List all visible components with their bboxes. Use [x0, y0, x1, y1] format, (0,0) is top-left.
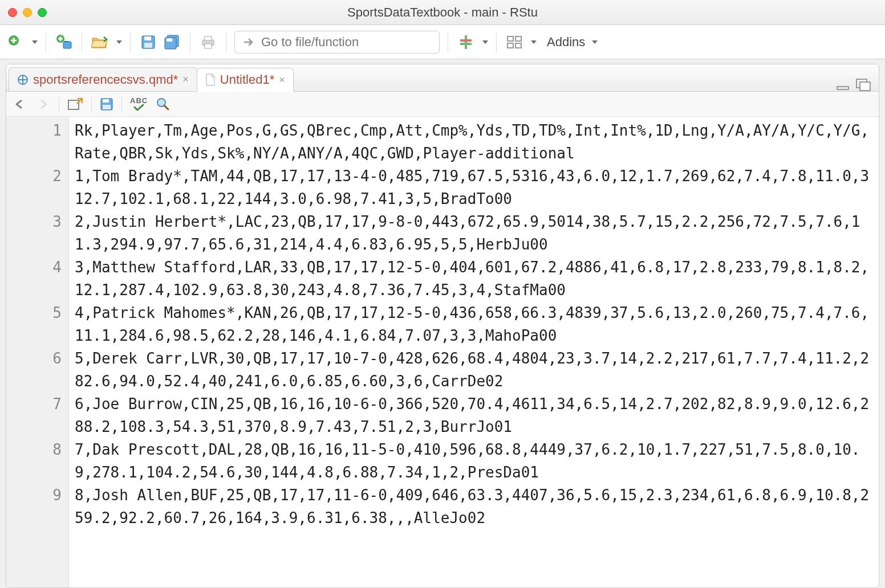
chevron-down-icon[interactable]: [116, 40, 122, 44]
close-tab-icon[interactable]: ×: [279, 74, 285, 86]
svg-rect-6: [63, 42, 71, 48]
addins-label: Addins: [547, 35, 585, 50]
close-tab-icon[interactable]: ×: [182, 74, 189, 85]
chevron-down-icon: [592, 40, 598, 44]
code-line: 1,Tom Brady*,TAM,44,QB,17,17,13-4-0,485,…: [75, 165, 873, 210]
svg-rect-21: [508, 43, 513, 48]
svg-rect-26: [860, 82, 870, 91]
new-file-button[interactable]: [6, 32, 25, 52]
fullscreen-window-icon[interactable]: [38, 8, 47, 17]
svg-rect-17: [460, 39, 472, 42]
svg-rect-24: [837, 87, 849, 89]
code-body[interactable]: Rk,Player,Tm,Age,Pos,G,GS,QBrec,Cmp,Att,…: [69, 117, 879, 587]
svg-rect-29: [103, 99, 109, 103]
addins-menu[interactable]: Addins: [547, 35, 598, 50]
version-control-button[interactable]: [456, 32, 476, 52]
save-button[interactable]: [139, 32, 158, 52]
svg-rect-8: [144, 36, 151, 40]
code-line: 4,Patrick Mahomes*,KAN,26,QB,17,17,12-5-…: [75, 301, 873, 347]
maximize-pane-icon[interactable]: [856, 79, 871, 91]
quarto-file-icon: [17, 74, 29, 85]
main-toolbar: Go to file/function Addins: [0, 25, 885, 59]
search-placeholder: Go to file/function: [261, 35, 359, 50]
minimize-pane-icon[interactable]: [837, 80, 850, 90]
code-line: Rk,Player,Tm,Age,Pos,G,GS,QBrec,Cmp,Att,…: [75, 119, 873, 165]
svg-rect-20: [515, 36, 521, 41]
spellcheck-button[interactable]: ABC: [130, 97, 148, 111]
line-gutter: 1 2 3 4 5 6 7 8 9: [6, 117, 69, 587]
window-controls: [8, 8, 47, 17]
save-file-icon[interactable]: [100, 97, 113, 111]
code-line: 5,Derek Carr,LVR,30,QB,17,17,10-7-0,428,…: [75, 347, 873, 393]
svg-rect-14: [205, 36, 212, 40]
go-to-file-search[interactable]: Go to file/function: [234, 31, 440, 54]
goto-arrow-icon: [243, 36, 255, 48]
chevron-down-icon[interactable]: [32, 40, 38, 44]
svg-rect-19: [508, 36, 513, 41]
svg-rect-22: [515, 43, 521, 48]
code-line: 7,Dak Prescott,DAL,28,QB,16,16,11-5-0,41…: [75, 438, 873, 484]
close-window-icon[interactable]: [8, 8, 17, 17]
svg-rect-30: [103, 105, 111, 109]
svg-rect-12: [167, 38, 172, 42]
svg-rect-9: [144, 43, 152, 48]
svg-rect-16: [465, 35, 467, 49]
forward-arrow-icon[interactable]: [36, 98, 51, 111]
open-file-button[interactable]: [90, 32, 109, 52]
svg-rect-15: [205, 44, 212, 48]
code-editor[interactable]: 1 2 3 4 5 6 7 8 9 Rk,Player,Tm,Age,Pos,G…: [6, 117, 879, 587]
back-arrow-icon[interactable]: [13, 98, 28, 111]
chevron-down-icon[interactable]: [482, 40, 488, 44]
tab-label: Untitled1*: [220, 72, 274, 87]
chevron-down-icon[interactable]: [531, 40, 537, 44]
source-panel: sportsreferencecsvs.qmd* × Untitled1* × …: [6, 64, 879, 588]
find-replace-icon[interactable]: [156, 97, 170, 112]
tab-label: sportsreferencecsvs.qmd*: [33, 72, 178, 87]
minimize-window-icon[interactable]: [23, 8, 32, 17]
text-file-icon: [205, 74, 216, 86]
code-line: 8,Josh Allen,BUF,25,QB,17,17,11-6-0,409,…: [75, 484, 873, 529]
new-project-button[interactable]: [54, 32, 74, 52]
panes-button[interactable]: [505, 32, 524, 52]
code-line: 3,Matthew Stafford,LAR,33,QB,17,17,12-5-…: [75, 256, 873, 301]
code-line: 2,Justin Herbert*,LAC,23,QB,17,17,9-8-0,…: [75, 210, 873, 256]
window-title: SportsDataTextbook - main - RStu: [0, 5, 885, 20]
print-button[interactable]: [198, 32, 218, 52]
tab-sportsreferencecsvs[interactable]: sportsreferencecsvs.qmd* ×: [9, 67, 197, 91]
editor-tabs: sportsreferencecsvs.qmd* × Untitled1* ×: [6, 64, 879, 92]
svg-rect-27: [68, 100, 79, 109]
svg-rect-5: [58, 38, 63, 39]
code-line: 6,Joe Burrow,CIN,25,QB,16,16,10-6-0,366,…: [75, 393, 873, 438]
editor-toolbar: ABC: [6, 92, 879, 117]
svg-rect-2: [11, 39, 17, 41]
titlebar: SportsDataTextbook - main - RStu: [0, 0, 885, 25]
tab-untitled1[interactable]: Untitled1* ×: [197, 68, 294, 92]
svg-rect-18: [460, 43, 472, 45]
show-in-new-window-icon[interactable]: [67, 97, 83, 111]
save-all-button[interactable]: [163, 32, 182, 52]
